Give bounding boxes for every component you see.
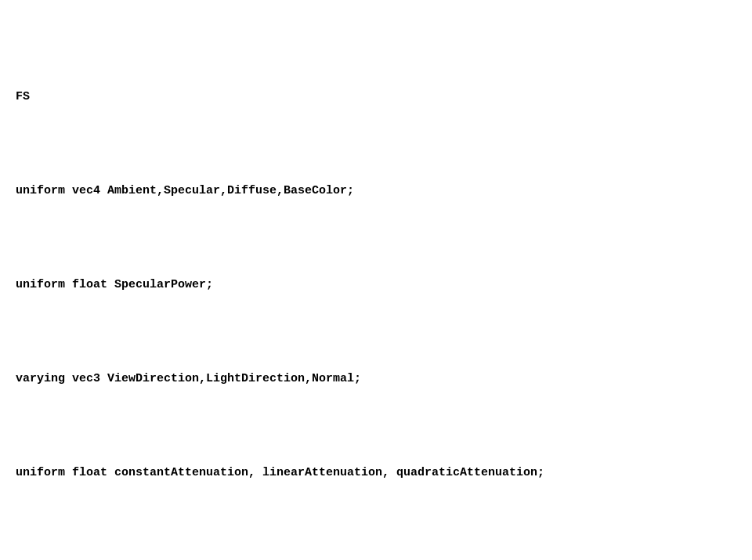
- line-1: uniform vec4 Ambient,Specular,Diffuse,Ba…: [16, 182, 736, 201]
- code-line-3: varying vec3 ViewDirection,LightDirectio…: [16, 370, 361, 388]
- line-3: varying vec3 ViewDirection,LightDirectio…: [16, 370, 736, 388]
- line-fs: FS: [16, 88, 736, 107]
- code-line-4: uniform float constantAttenuation, linea…: [16, 464, 544, 482]
- code-container: FS uniform vec4 Ambient,Specular,Diffuse…: [16, 13, 736, 560]
- code-line-1: uniform vec4 Ambient,Specular,Diffuse,Ba…: [16, 182, 354, 201]
- line-4: uniform float constantAttenuation, linea…: [16, 464, 736, 482]
- code-line-2: uniform float SpecularPower;: [16, 276, 213, 294]
- line-2: uniform float SpecularPower;: [16, 276, 736, 294]
- code-fs-title: FS: [16, 88, 30, 107]
